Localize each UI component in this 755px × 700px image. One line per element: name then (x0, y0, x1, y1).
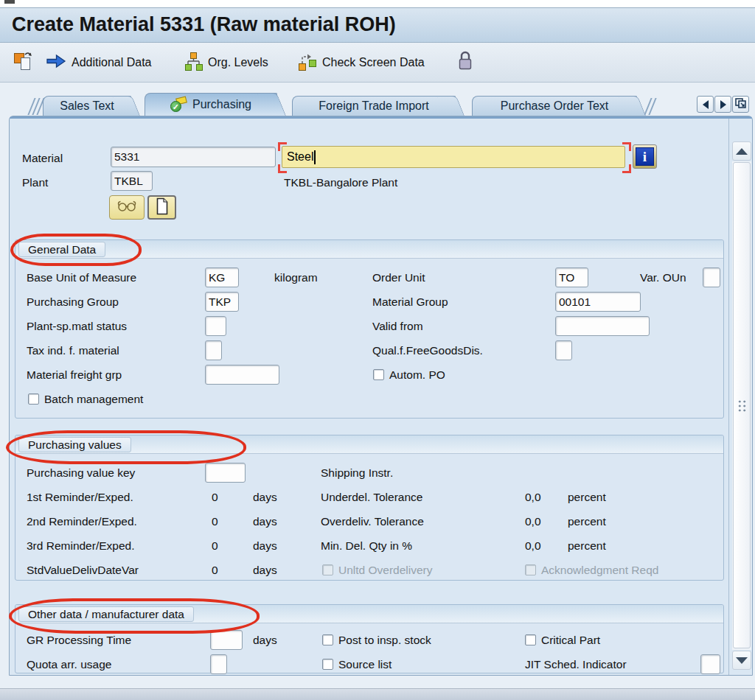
lock-icon (457, 51, 473, 74)
reminder3-label: 3rd Reminder/Exped. (27, 539, 134, 553)
purchasing-group-input[interactable] (205, 292, 239, 312)
next-screen-icon (13, 51, 33, 75)
var-oun-label: Var. OUn (640, 271, 686, 284)
autom-po-checkbox[interactable] (373, 369, 384, 380)
focus-bracket (622, 142, 631, 151)
blue-arrow-icon (46, 54, 66, 71)
application-toolbar: Additional Data Org. Levels (0, 43, 755, 83)
days-unit: days (253, 491, 277, 504)
check-screen-data-label: Check Screen Data (322, 56, 425, 69)
scrollbar-grip-icon (737, 399, 747, 412)
min-del-qty-value: 0,0 (525, 539, 541, 553)
plant-code-input[interactable] (111, 171, 153, 191)
material-group-label: Material Group (372, 295, 448, 309)
reminder2-value: 0 (212, 515, 218, 528)
focus-bracket (278, 164, 287, 173)
information-button[interactable]: i (633, 144, 657, 169)
plant-label: Plant (22, 176, 48, 189)
tab-purchase-order-text[interactable]: Purchase Order Text (472, 96, 637, 116)
percent-unit: percent (568, 515, 606, 528)
lock-button[interactable] (457, 51, 473, 74)
check-screen-data-button[interactable]: Check Screen Data (298, 51, 425, 74)
post-to-insp-stock-checkbox[interactable] (322, 634, 333, 645)
autom-po-label: Autom. PO (389, 368, 445, 382)
quota-arr-usage-label: Quota arr. usage (27, 658, 111, 671)
content-right-edge (728, 119, 729, 675)
text-caret (314, 150, 316, 164)
other-data-header: Other data / manufacturer data (15, 605, 723, 623)
days-unit: days (253, 634, 277, 647)
jit-sched-indicator-label: JIT Sched. Indicator (525, 658, 627, 671)
glasses-icon (116, 200, 139, 215)
additional-data-button[interactable]: Additional Data (46, 51, 152, 74)
var-oun-input[interactable] (703, 267, 720, 287)
focus-bracket (622, 164, 631, 173)
min-del-qty-label: Min. Del. Qty in % (321, 539, 412, 553)
plant-status-input[interactable] (205, 316, 226, 336)
qual-free-goods-input[interactable] (555, 340, 572, 360)
source-list-checkbox[interactable] (322, 659, 333, 670)
order-unit-label: Order Unit (372, 271, 425, 284)
tab-overview-button[interactable] (732, 96, 749, 113)
next-screen-button[interactable] (13, 51, 33, 74)
overdel-tolerance-value: 0,0 (525, 515, 541, 528)
underdel-tolerance-value: 0,0 (525, 491, 541, 504)
scrollbar-down-button[interactable] (732, 651, 751, 670)
right-triangle-icon (720, 100, 726, 109)
freight-grp-input[interactable] (205, 365, 279, 385)
tab-foreign-trade-import[interactable]: Foreign Trade Import (292, 96, 456, 116)
material-description-input[interactable]: Steel (282, 146, 625, 168)
tab-purchasing-label: Purchasing (192, 98, 251, 111)
tab-scroll-right-button[interactable] (714, 96, 731, 113)
critical-part-checkbox[interactable] (525, 634, 536, 645)
info-icon: i (636, 147, 654, 166)
top-strip (0, 0, 755, 7)
material-group-input[interactable] (555, 292, 641, 312)
base-unit-label: Base Unit of Measure (27, 271, 136, 284)
scrollbar-up-button[interactable] (732, 141, 751, 161)
jit-sched-indicator-input[interactable] (700, 654, 720, 674)
days-unit: days (253, 515, 277, 528)
tab-overview-icon (735, 98, 746, 111)
purchasing-values-section: Purchasing values (15, 435, 724, 581)
days-unit: days (253, 564, 277, 577)
tab-scroll-left-button[interactable] (697, 96, 714, 113)
unltd-overdelivery-label: Unltd Overdelivery (338, 564, 433, 577)
valid-from-input[interactable] (555, 316, 650, 336)
unltd-overdelivery-checkbox (322, 564, 333, 575)
shipping-instr-label: Shipping Instr. (321, 466, 393, 480)
tab-sales-text[interactable]: Sales Text (43, 96, 131, 116)
sap-window: Create Material 5331 (Raw material ROH) … (0, 0, 755, 700)
batch-management-checkbox[interactable] (28, 393, 39, 405)
general-data-header: General Data (15, 240, 723, 259)
valid-from-label: Valid from (372, 320, 423, 333)
acknowledgment-reqd-checkbox (525, 564, 536, 575)
tax-ind-input[interactable] (205, 340, 222, 360)
tab-purchase-order-text-label: Purchase Order Text (501, 99, 608, 113)
freight-grp-label: Material freight grp (27, 368, 122, 382)
material-number-input[interactable] (111, 147, 276, 167)
percent-unit: percent (568, 491, 606, 504)
create-document-button[interactable] (147, 195, 176, 220)
scrollbar-thumb[interactable] (733, 162, 751, 648)
other-data-title: Other data / manufacturer data (18, 606, 194, 622)
order-unit-input[interactable] (555, 267, 588, 287)
base-unit-input[interactable] (205, 267, 239, 287)
purchasing-group-label: Purchasing Group (27, 295, 119, 309)
bottom-strip (0, 688, 755, 700)
reminder1-value: 0 (212, 491, 218, 504)
plant-status-label: Plant-sp.matl status (27, 320, 127, 333)
display-text-button[interactable] (109, 195, 145, 220)
reminder1-label: 1st Reminder/Exped. (27, 491, 133, 504)
critical-part-label: Critical Part (541, 634, 600, 647)
days-unit: days (253, 539, 277, 553)
reminder2-label: 2nd Reminder/Exped. (27, 515, 137, 528)
gr-processing-time-input[interactable] (210, 630, 243, 650)
value-key-input[interactable] (205, 463, 246, 483)
org-levels-button[interactable]: Org. Levels (184, 51, 268, 74)
quota-arr-usage-input[interactable] (210, 654, 227, 674)
org-levels-icon (184, 52, 203, 74)
title-bar: Create Material 5331 (Raw material ROH) (0, 7, 755, 43)
tab-purchasing[interactable]: ✓ Purchasing (145, 93, 277, 116)
post-to-insp-stock-label: Post to insp. stock (338, 634, 431, 647)
